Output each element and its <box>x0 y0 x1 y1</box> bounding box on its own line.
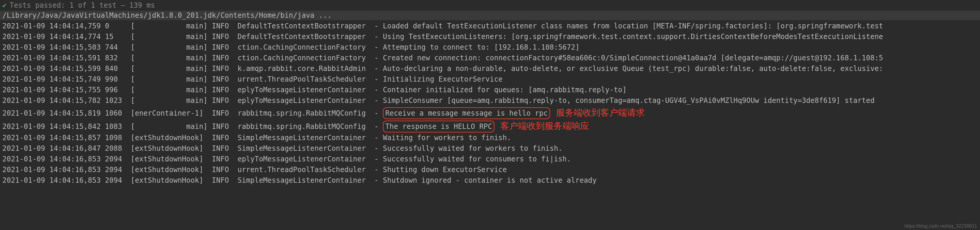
log-message: - Successfully waited for consumers to f… <box>374 155 549 163</box>
log-line: 2021-01-09 14:04:16,847 2088 [extShutdow… <box>2 143 978 154</box>
test-status-header: ✔ Tests passed: 1 of 1 test – 139 ms <box>0 0 980 11</box>
log-prefix: 2021-01-09 14:04:16,853 2094 [extShutdow… <box>2 165 374 174</box>
log-line: 2021-01-09 14:04:15,599 840 [ main] INFO… <box>2 63 978 74</box>
log-prefix: 2021-01-09 14:04:15,819 1060 [enerContai… <box>2 109 374 117</box>
log-line: 2021-01-09 14:04:15,782 1023 [ main] INF… <box>2 95 978 106</box>
log-line: 2021-01-09 14:04:15,755 996 [ main] INFO… <box>2 84 978 95</box>
log-prefix: 2021-01-09 14:04:15,782 1023 [ main] INF… <box>2 97 374 105</box>
log-message: - Waiting for workers to finish. <box>374 133 511 142</box>
log-prefix: 2021-01-09 14:04:14,774 15 [ main] INFO … <box>2 33 374 41</box>
log-line: 2021-01-09 14:04:16,853 2094 [extShutdow… <box>2 164 978 175</box>
log-prefix: 2021-01-09 14:04:15,749 990 [ main] INFO… <box>2 75 374 83</box>
log-line: 2021-01-09 14:04:16,853 2094 [extShutdow… <box>2 154 978 164</box>
log-prefix: 2021-01-09 14:04:16,853 2094 [extShutdow… <box>2 176 374 184</box>
log-line: 2021-01-09 14:04:14,759 0 [ main] INFO D… <box>2 21 978 31</box>
log-message: ish. <box>554 155 571 163</box>
log-message: - Initializing ExecutorService <box>374 75 503 83</box>
log-line: 2021-01-09 14:04:14,774 15 [ main] INFO … <box>2 31 978 42</box>
log-message: - Shutting down ExecutorService <box>374 165 507 174</box>
log-line: 2021-01-09 14:04:15,857 1098 [extShutdow… <box>2 132 978 143</box>
log-msg-prefix: - <box>374 122 383 131</box>
log-prefix: 2021-01-09 14:04:15,857 1098 [extShutdow… <box>2 133 374 142</box>
check-icon: ✔ <box>2 1 6 10</box>
log-line: 2021-01-09 14:04:15,819 1060 [enerContai… <box>2 106 978 119</box>
log-prefix: 2021-01-09 14:04:16,847 2088 [extShutdow… <box>2 144 374 152</box>
log-msg-prefix: - <box>374 109 383 117</box>
java-path-line: /Library/Java/JavaVirtualMachines/jdk1.8… <box>0 11 980 20</box>
annotation-label: 客户端收到服务端响应 <box>500 121 589 131</box>
text-cursor: | <box>550 155 554 163</box>
log-line: 2021-01-09 14:04:15,503 744 [ main] INFO… <box>2 42 978 52</box>
log-line: 2021-01-09 14:04:15,842 1083 [ main] INF… <box>2 119 978 132</box>
annotation-label: 服务端收到客户端请求 <box>556 108 645 117</box>
log-prefix: 2021-01-09 14:04:15,591 832 [ main] INFO… <box>2 54 374 62</box>
log-message: - Using TestExecutionListeners: [org.spr… <box>374 33 883 41</box>
log-message: - Shutdown ignored - container is not ac… <box>374 176 597 184</box>
log-line: 2021-01-09 14:04:15,591 832 [ main] INFO… <box>2 52 978 63</box>
log-message: - Auto-declaring a non-durable, auto-del… <box>374 65 883 73</box>
log-message: - SimpleConsumer [queue=amq.rabbitmq.rep… <box>374 97 875 105</box>
log-message: - Successfully waited for workers to fin… <box>374 144 563 152</box>
log-message: - Loaded default TestExecutionListener c… <box>374 22 883 30</box>
log-prefix: 2021-01-09 14:04:15,503 744 [ main] INFO… <box>2 43 374 51</box>
log-prefix: 2021-01-09 14:04:14,759 0 [ main] INFO D… <box>2 22 374 30</box>
log-line: 2021-01-09 14:04:15,749 990 [ main] INFO… <box>2 74 978 84</box>
log-prefix: 2021-01-09 14:04:15,755 996 [ main] INFO… <box>2 86 374 94</box>
highlighted-message: The response is HELLO RPC <box>383 121 495 132</box>
log-message: - Container initialized for queues: [amq… <box>374 86 627 94</box>
log-message: - Created new connection: connectionFact… <box>374 54 883 62</box>
log-line: 2021-01-09 14:04:16,853 2094 [extShutdow… <box>2 175 978 186</box>
console-log-area[interactable]: 2021-01-09 14:04:14,759 0 [ main] INFO D… <box>0 20 980 186</box>
log-prefix: 2021-01-09 14:04:15,842 1083 [ main] INF… <box>2 122 374 131</box>
highlighted-message: Receive a message message is hello rpc <box>383 107 550 119</box>
test-status-text: Tests passed: 1 of 1 test – 139 ms <box>10 1 155 10</box>
log-prefix: 2021-01-09 14:04:16,853 2094 [extShutdow… <box>2 155 374 163</box>
log-prefix: 2021-01-09 14:04:15,599 840 [ main] INFO… <box>2 65 374 73</box>
log-message: - Attempting to connect to: [192.168.1.1… <box>374 43 580 51</box>
